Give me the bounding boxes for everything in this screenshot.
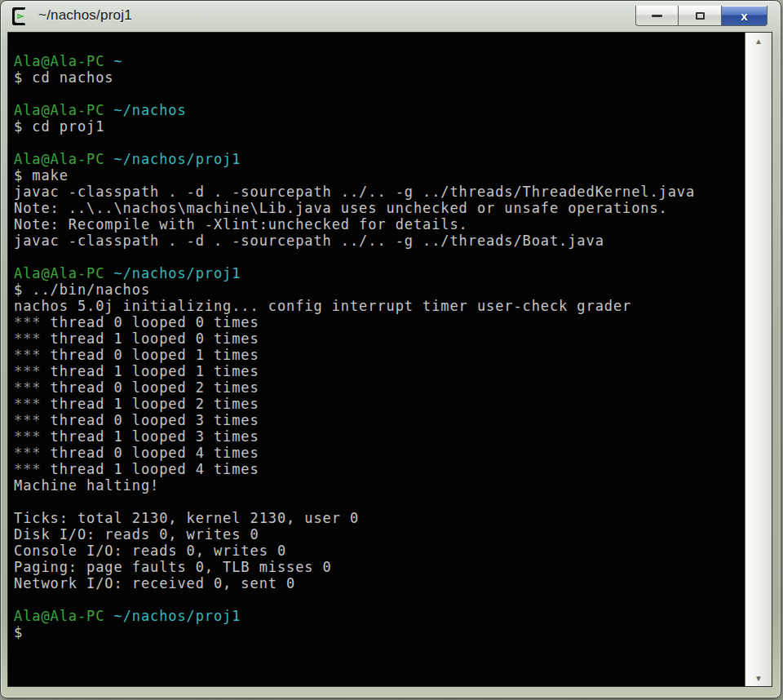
terminal-line: Disk I/O: reads 0, writes 0: [14, 526, 745, 543]
terminal-line: *** thread 0 looped 0 times: [14, 314, 745, 330]
terminal-text: ***: [14, 461, 41, 477]
terminal-text: Machine halting!: [14, 477, 159, 494]
terminal-line: $ ../bin/nachos: [14, 281, 745, 298]
terminal-text: Ala@Ala-PC: [14, 608, 104, 624]
terminal-text: $ ../bin/nachos: [14, 281, 150, 298]
terminal-text: [104, 608, 113, 624]
terminal-window: ~/nachos/proj1 x Ala@Ala-PC ~$ cd nachos…: [0, 0, 781, 698]
scroll-up-button[interactable]: ▲: [745, 33, 772, 49]
terminal-text: thread 1 looped 3 times: [41, 428, 259, 445]
window-title: ~/nachos/proj1: [38, 7, 132, 24]
terminal-line: $ cd proj1: [14, 118, 745, 135]
terminal-text: thread 0 looped 1 times: [41, 347, 259, 363]
scrollbar-track[interactable]: [745, 49, 772, 670]
terminal-line: javac -classpath . -d . -sourcepath ../.…: [14, 184, 745, 200]
terminal-line: *** thread 0 looped 4 times: [14, 445, 745, 461]
terminal-text: Ala@Ala-PC: [14, 53, 104, 69]
terminal-line: *** thread 1 looped 3 times: [14, 428, 745, 445]
console-output[interactable]: Ala@Ala-PC ~$ cd nachos Ala@Ala-PC ~/nac…: [8, 33, 745, 686]
window-controls: x: [635, 6, 768, 26]
terminal-text: Console I/O: reads 0, writes 0: [14, 543, 286, 559]
terminal-text: Ala@Ala-PC: [14, 151, 104, 167]
terminal-line: Note: Recompile with -Xlint:unchecked fo…: [14, 216, 745, 233]
terminal-line: *** thread 0 looped 3 times: [14, 412, 745, 428]
terminal-text: Paging: page faults 0, TLB misses 0: [14, 559, 332, 575]
terminal-line: Paging: page faults 0, TLB misses 0: [14, 559, 745, 575]
terminal-body: Ala@Ala-PC ~$ cd nachos Ala@Ala-PC ~/nac…: [7, 32, 772, 687]
terminal-text: Ticks: total 2130, kernel 2130, user 0: [14, 510, 359, 526]
terminal-text: [104, 53, 113, 69]
minimize-button[interactable]: [635, 6, 679, 26]
terminal-text: thread 0 looped 0 times: [41, 314, 259, 330]
terminal-line: Network I/O: received 0, sent 0: [14, 575, 745, 591]
terminal-line: *** thread 0 looped 1 times: [14, 347, 745, 363]
terminal-text: [104, 151, 113, 167]
terminal-line: Ala@Ala-PC ~/nachos/proj1: [14, 265, 745, 281]
terminal-text: thread 1 looped 4 times: [41, 461, 259, 477]
terminal-text: thread 0 looped 2 times: [41, 379, 259, 396]
terminal-line: Ala@Ala-PC ~/nachos: [14, 102, 745, 118]
terminal-line: $: [14, 624, 745, 640]
terminal-text: Ala@Ala-PC: [14, 265, 104, 281]
terminal-text: ~/nachos/proj1: [114, 608, 241, 624]
terminal-text: $ make: [14, 167, 69, 184]
terminal-line: Ala@Ala-PC ~/nachos/proj1: [14, 608, 745, 624]
terminal-text: ***: [14, 363, 41, 379]
scroll-down-button[interactable]: ▼: [745, 670, 772, 686]
terminal-line: $ cd nachos: [14, 69, 745, 86]
terminal-line: Ala@Ala-PC ~: [14, 53, 745, 69]
terminal-line: $ make: [14, 167, 745, 184]
terminal-line: *** thread 1 looped 2 times: [14, 396, 745, 412]
terminal-line: [14, 135, 745, 151]
scrollbar[interactable]: ▲ ▼: [745, 33, 772, 686]
terminal-line: [14, 37, 745, 53]
terminal-text: ***: [14, 347, 41, 363]
terminal-line: [14, 249, 745, 265]
terminal-text: ~/nachos/proj1: [114, 265, 241, 281]
titlebar[interactable]: ~/nachos/proj1 x: [1, 1, 781, 32]
close-icon: x: [741, 10, 747, 22]
terminal-text: ***: [14, 330, 41, 347]
terminal-text: [104, 102, 113, 118]
terminal-text: ***: [14, 379, 41, 396]
terminal-text: thread 0 looped 3 times: [41, 412, 259, 428]
terminal-text: ~/nachos: [114, 102, 187, 118]
maximize-icon: [696, 12, 705, 20]
terminal-line: javac -classpath . -d . -sourcepath ../.…: [14, 233, 745, 249]
terminal-line: nachos 5.0j initializing... config inter…: [14, 298, 745, 314]
terminal-line: *** thread 1 looped 1 times: [14, 363, 745, 379]
terminal-text: thread 0 looped 4 times: [41, 445, 259, 461]
terminal-text: javac -classpath . -d . -sourcepath ../.…: [14, 233, 604, 249]
terminal-line: [14, 86, 745, 102]
terminal-line: *** thread 0 looped 2 times: [14, 379, 745, 396]
terminal-text: Network I/O: received 0, sent 0: [14, 575, 295, 591]
terminal-text: javac -classpath . -d . -sourcepath ../.…: [14, 184, 695, 200]
terminal-icon: [12, 7, 32, 25]
minimize-icon: [652, 15, 662, 17]
close-button[interactable]: x: [722, 6, 768, 26]
terminal-text: Disk I/O: reads 0, writes 0: [14, 526, 259, 543]
terminal-text: Ala@Ala-PC: [14, 102, 104, 118]
terminal-text: ***: [14, 412, 41, 428]
terminal-line: *** thread 1 looped 4 times: [14, 461, 745, 477]
terminal-line: Note: ..\..\nachos\machine\Lib.java uses…: [14, 200, 745, 216]
terminal-line: Ticks: total 2130, kernel 2130, user 0: [14, 510, 745, 526]
terminal-text: $ cd proj1: [14, 118, 104, 135]
terminal-text: thread 1 looped 2 times: [41, 396, 259, 412]
desktop: ~/nachos/proj1 x Ala@Ala-PC ~$ cd nachos…: [0, 0, 783, 700]
terminal-text: $ cd nachos: [14, 69, 113, 86]
terminal-line: [14, 494, 745, 510]
terminal-text: Note: ..\..\nachos\machine\Lib.java uses…: [14, 200, 668, 216]
terminal-text: ***: [14, 445, 41, 461]
terminal-text: ~/nachos/proj1: [114, 151, 241, 167]
terminal-text: $: [14, 624, 23, 640]
terminal-text: thread 1 looped 0 times: [41, 330, 259, 347]
terminal-text: ***: [14, 314, 41, 330]
maximize-button[interactable]: [679, 6, 722, 26]
terminal-text: thread 1 looped 1 times: [41, 363, 259, 379]
terminal-line: [14, 591, 745, 608]
terminal-text: ***: [14, 396, 41, 412]
terminal-text: ~: [114, 53, 123, 69]
terminal-line: Console I/O: reads 0, writes 0: [14, 543, 745, 559]
terminal-line: Machine halting!: [14, 477, 745, 494]
